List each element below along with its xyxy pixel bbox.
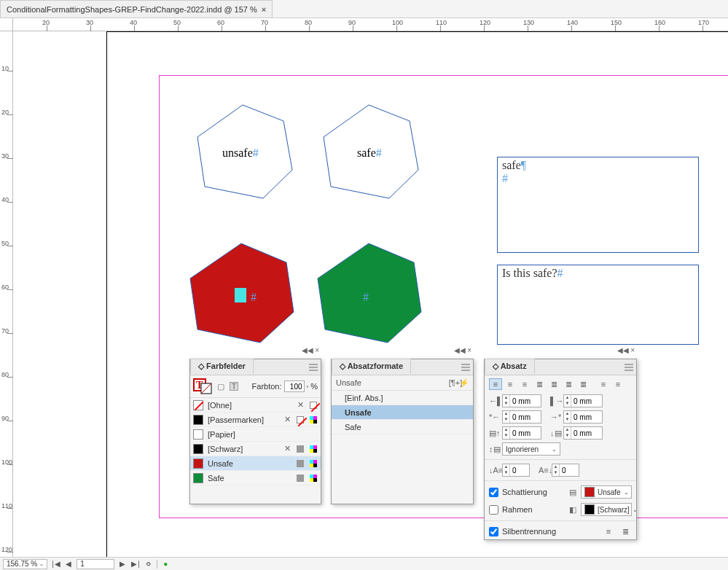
horizontal-ruler[interactable]: 2030405060708090100110120130140150160170 (13, 18, 728, 31)
shape-safe-filled[interactable] (312, 239, 428, 348)
first-page-icon[interactable]: ∣◀ (50, 559, 60, 569)
tint-label: Farbton: (252, 382, 282, 391)
svg-rect-13 (310, 449, 313, 453)
swatch-row[interactable]: [Ohne]✕ (190, 398, 321, 413)
swatch-row[interactable]: Unsafe (190, 456, 321, 471)
svg-rect-17 (310, 464, 313, 467)
svg-rect-11 (310, 445, 313, 449)
justify-center-icon[interactable]: ≣ (547, 378, 560, 390)
tint-input[interactable] (284, 380, 305, 392)
style-row[interactable]: Unsafe (332, 405, 473, 420)
shading-swatch-dropdown[interactable]: Unsafe⌄ (581, 485, 632, 499)
panel-collapse-icon[interactable]: ◀◀ (302, 346, 313, 354)
panel-menu-icon[interactable] (625, 364, 633, 371)
drop-cap-chars-icon: A≡↓ (539, 466, 549, 475)
space-after-input[interactable]: ▲▼ (563, 426, 603, 440)
style-list: [Einf. Abs.]UnsafeSafe (332, 391, 473, 434)
shading-checkbox[interactable] (489, 488, 498, 497)
svg-rect-8 (313, 416, 317, 420)
auto-leading-icon: ↕▤ (489, 445, 499, 454)
svg-rect-12 (313, 445, 317, 449)
panel-close-icon[interactable]: × (630, 346, 635, 354)
paragraph-styles-panel[interactable]: ◀◀× ◇ Absatzformate Unsafe [¶+] ⚡ [Einf.… (331, 359, 474, 504)
border-checkbox[interactable] (489, 505, 498, 515)
drop-cap-chars-input[interactable]: ▲▼ (552, 464, 579, 477)
paragraph-tab[interactable]: ◇ Absatz (485, 359, 535, 374)
right-indent-icon: ▌→ (550, 397, 560, 405)
paragraph-styles-tab[interactable]: ◇ Absatzformate (332, 359, 411, 374)
text-format-icon[interactable]: T (230, 382, 238, 391)
style-row[interactable]: Safe (332, 420, 473, 434)
border-options-icon[interactable]: ◧ (568, 505, 577, 514)
ruler-origin[interactable] (0, 18, 13, 31)
align-center-icon[interactable]: ≡ (504, 378, 517, 390)
swatch-list: [Ohne]✕[Passermarken]✕[Papier][Schwarz]✕… (190, 398, 321, 485)
swatches-tab[interactable]: ◇ Farbfelder (190, 359, 254, 374)
style-row[interactable]: [Einf. Abs.] (332, 391, 473, 405)
paragraph-panel[interactable]: ◀◀× ◇ Absatz ≡ ≡ ≡ ≣ ≣ ≣ ≣ ≡ ≡ ←▌ ▲▼ ▌→ … (484, 359, 637, 540)
left-indent-input[interactable]: ▲▼ (502, 394, 541, 407)
panel-menu-icon[interactable] (309, 364, 318, 371)
zoom-field[interactable]: 156.75 % ⌄ (3, 559, 47, 569)
svg-rect-10 (313, 420, 317, 423)
drop-cap-lines-icon: ↓A≡ (489, 466, 499, 475)
first-line-indent-input[interactable]: ▲▼ (502, 410, 541, 423)
space-before-icon: ▤↑ (489, 429, 499, 438)
justify-right-icon[interactable]: ≣ (562, 378, 575, 390)
text-frame-1[interactable]: safe¶# (497, 157, 699, 253)
tint-dropdown-icon[interactable]: › (307, 383, 309, 390)
swatches-panel[interactable]: ◀◀× ◇ Farbfelder T ▢ T Farbton: › % [Ohn… (189, 359, 321, 504)
open-icon[interactable]: ⭘ (144, 559, 154, 569)
panel-close-icon[interactable]: × (467, 346, 471, 354)
last-line-indent-icon: →* (550, 413, 560, 421)
prev-page-icon[interactable]: ◀ (63, 559, 74, 569)
vertical-ruler[interactable]: 0102030405060708090100110120130140 (0, 18, 13, 557)
svg-rect-7 (310, 416, 313, 420)
left-indent-icon: ←▌ (489, 397, 499, 405)
align-away-spine-icon[interactable]: ≡ (611, 378, 625, 390)
drop-cap-lines-input[interactable]: ▲▼ (502, 464, 530, 477)
right-indent-input[interactable]: ▲▼ (563, 394, 603, 407)
align-right-icon[interactable]: ≡ (518, 378, 531, 390)
last-line-indent-input[interactable]: ▲▼ (563, 410, 603, 423)
svg-rect-20 (313, 475, 317, 478)
hyphenation-checkbox[interactable] (489, 527, 498, 536)
text-cursor-indicator (235, 288, 246, 302)
swatch-row[interactable]: [Schwarz]✕ (190, 442, 321, 456)
align-left-icon[interactable]: ≡ (489, 378, 502, 390)
border-label: Rahmen (502, 505, 565, 514)
svg-rect-9 (310, 420, 313, 423)
tint-unit: % (310, 382, 318, 391)
text-frame-2[interactable]: Is this safe?# (497, 265, 699, 345)
panel-menu-icon[interactable] (461, 364, 470, 371)
swatch-row[interactable]: Safe (190, 471, 321, 485)
preflight-icon[interactable]: ● (160, 559, 171, 569)
fill-stroke-proxy[interactable]: T (193, 378, 212, 394)
shading-options-icon[interactable]: ▤ (568, 488, 577, 496)
svg-rect-18 (313, 464, 317, 467)
swatch-row[interactable]: [Passermarken]✕ (190, 413, 321, 427)
document-tab[interactable]: ConditionalFormattingShapes-GREP-FindCha… (0, 0, 273, 17)
hyphenation-label: Silbentrennung (502, 527, 598, 536)
svg-rect-19 (310, 475, 313, 478)
status-bar: 156.75 % ⌄ ∣◀ ◀ 1 ▶ ▶∣ ⭘ ● (0, 557, 728, 570)
next-page-icon[interactable]: ▶ (117, 559, 128, 569)
panel-collapse-icon[interactable]: ◀◀ (617, 346, 629, 354)
clear-overrides-icon[interactable]: ⚡ (460, 378, 469, 387)
current-style-name: Unsafe (336, 378, 451, 387)
auto-leading-dropdown[interactable]: Ignorieren⌄ (502, 442, 560, 456)
justify-left-icon[interactable]: ≣ (533, 378, 546, 390)
container-format-icon[interactable]: ▢ (216, 382, 225, 391)
baseline-grid-none-icon[interactable]: ≣ (619, 526, 632, 537)
panel-collapse-icon[interactable]: ◀◀ (454, 346, 466, 354)
align-towards-spine-icon[interactable]: ≡ (597, 378, 610, 390)
page-field[interactable]: 1 (77, 559, 114, 569)
last-page-icon[interactable]: ▶∣ (130, 559, 141, 569)
panel-close-icon[interactable]: × (315, 346, 319, 354)
justify-full-icon[interactable]: ≣ (576, 378, 590, 390)
border-swatch-dropdown[interactable]: [Schwarz]⌄ (581, 503, 632, 516)
baseline-grid-align-icon[interactable]: ≡ (602, 526, 615, 537)
space-before-input[interactable]: ▲▼ (502, 426, 541, 440)
swatch-row[interactable]: [Papier] (190, 427, 321, 442)
close-tab-icon[interactable]: × (262, 5, 266, 14)
